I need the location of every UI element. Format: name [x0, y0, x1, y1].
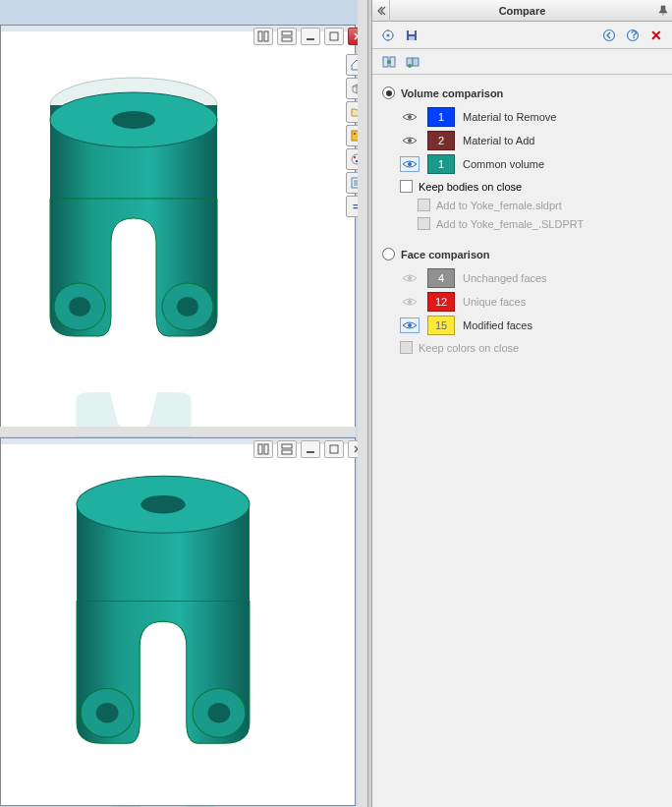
- panel-title: Compare: [390, 5, 654, 17]
- svg-rect-10: [264, 31, 268, 41]
- model-reflection-bottom: [55, 798, 271, 807]
- split-vert-button[interactable]: [253, 440, 273, 458]
- volume-section-label: Volume comparison: [401, 87, 503, 99]
- panel-toolbar: ? ✕: [372, 22, 672, 49]
- minimize-button[interactable]: [301, 440, 320, 458]
- legend-label: Material to Remove: [463, 111, 556, 123]
- legend-label: Material to Add: [463, 135, 534, 146]
- split-vert-button[interactable]: [253, 28, 273, 45]
- svg-point-19: [354, 156, 356, 158]
- legend-unique-faces: 12 Unique faces: [400, 292, 662, 312]
- swatch[interactable]: 1: [427, 154, 455, 174]
- eye-icon[interactable]: [400, 270, 420, 286]
- svg-rect-44: [409, 30, 415, 34]
- legend-material-remove: 1 Material to Remove: [400, 107, 662, 127]
- svg-rect-12: [282, 37, 292, 41]
- swatch[interactable]: 4: [427, 268, 455, 288]
- keep-colors-checkbox: Keep colors on close: [400, 341, 662, 354]
- model-yoke-top: [30, 71, 237, 356]
- legend-unchanged-faces: 4 Unchanged faces: [400, 268, 662, 288]
- viewport-top[interactable]: [0, 25, 356, 432]
- options-icon[interactable]: [378, 26, 398, 45]
- svg-rect-11: [282, 31, 292, 35]
- model-view-top[interactable]: [1, 31, 355, 432]
- viewport-bottom[interactable]: [0, 437, 356, 806]
- model-view-bottom[interactable]: [1, 444, 355, 805]
- window-controls-top: [253, 28, 367, 45]
- legend-label: Unchanged faces: [463, 272, 547, 284]
- svg-point-59: [408, 300, 412, 304]
- horizontal-scrollbar[interactable]: [0, 427, 356, 436]
- add-to-file-1-checkbox: Add to Yoke_female.sldprt: [418, 199, 662, 211]
- split-horiz-button[interactable]: [277, 28, 297, 45]
- eye-icon[interactable]: [400, 294, 420, 310]
- split-horiz-button[interactable]: [277, 440, 297, 458]
- checkbox-icon: [418, 199, 430, 211]
- model-yoke-bottom: [55, 469, 271, 764]
- svg-rect-38: [282, 450, 292, 454]
- svg-rect-37: [282, 444, 292, 448]
- svg-point-60: [408, 323, 412, 327]
- svg-rect-9: [258, 31, 262, 41]
- svg-point-51: [387, 60, 391, 64]
- svg-point-55: [408, 115, 412, 119]
- swatch[interactable]: 2: [427, 131, 455, 150]
- keep-bodies-checkbox[interactable]: Keep bodies on close: [400, 180, 662, 193]
- minimize-button[interactable]: [301, 28, 320, 45]
- svg-point-57: [408, 162, 412, 166]
- volume-comparison-radio[interactable]: Volume comparison: [382, 86, 662, 99]
- help-circle-icon[interactable]: ?: [623, 26, 643, 45]
- maximize-button[interactable]: [324, 28, 344, 45]
- swatch[interactable]: 15: [427, 316, 455, 335]
- panel-header: Compare: [372, 0, 672, 22]
- eye-icon[interactable]: [400, 109, 420, 125]
- svg-point-42: [387, 33, 390, 36]
- legend-modified-faces: 15 Modified faces: [400, 316, 662, 335]
- svg-point-7: [177, 297, 198, 317]
- pin-icon[interactable]: [654, 5, 672, 17]
- svg-rect-53: [413, 58, 419, 66]
- save-icon[interactable]: [402, 26, 421, 45]
- close-panel-icon[interactable]: ✕: [646, 26, 666, 45]
- swatch[interactable]: 12: [427, 292, 455, 312]
- panel-body: Volume comparison 1 Material to Remove 2…: [372, 75, 672, 364]
- tab-compare-docs[interactable]: [378, 51, 400, 73]
- face-section-label: Face comparison: [401, 249, 489, 260]
- maximize-button[interactable]: [324, 440, 344, 458]
- collapse-grip-icon[interactable]: [372, 0, 390, 22]
- face-comparison-radio[interactable]: Face comparison: [382, 248, 662, 260]
- radio-on-icon: [382, 86, 395, 99]
- eye-icon[interactable]: [400, 133, 420, 148]
- svg-point-54: [408, 64, 412, 68]
- svg-rect-35: [258, 444, 262, 454]
- legend-label: Modified faces: [463, 319, 532, 331]
- legend-common-volume: 1 Common volume: [400, 154, 662, 174]
- back-icon[interactable]: [599, 26, 619, 45]
- legend-material-add: 2 Material to Add: [400, 131, 662, 150]
- eye-icon[interactable]: [400, 156, 420, 172]
- svg-point-33: [208, 703, 231, 723]
- window-controls-bottom: [253, 440, 367, 458]
- svg-rect-36: [264, 444, 268, 454]
- svg-point-46: [604, 29, 615, 40]
- svg-point-3: [112, 111, 155, 129]
- compare-panel: Compare ? ✕ Volume comparison 1 Material…: [371, 0, 672, 807]
- legend-label: Unique faces: [463, 296, 526, 308]
- svg-point-56: [408, 139, 412, 143]
- checkbox-icon: [400, 180, 413, 193]
- checkbox-icon: [418, 217, 430, 230]
- swatch[interactable]: 1: [427, 107, 455, 127]
- vertical-scrollbar[interactable]: [358, 0, 367, 807]
- checkbox-icon: [400, 341, 413, 354]
- svg-point-5: [69, 297, 90, 317]
- workspace: =?: [0, 0, 371, 807]
- svg-rect-14: [330, 32, 338, 40]
- tab-compare-volume[interactable]: [402, 51, 423, 73]
- legend-label: Common volume: [463, 158, 544, 170]
- svg-point-58: [408, 276, 412, 280]
- svg-text:?: ?: [631, 29, 638, 40]
- panel-tabs: [372, 49, 672, 75]
- eye-icon[interactable]: [400, 317, 420, 333]
- svg-rect-16: [354, 133, 356, 135]
- svg-point-31: [96, 703, 119, 723]
